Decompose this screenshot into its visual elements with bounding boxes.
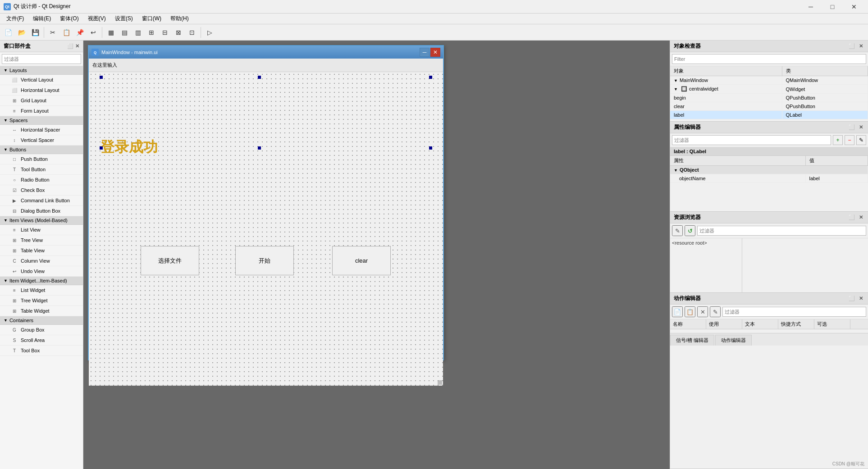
oi-close-btn[interactable]: ✕	[857, 43, 864, 50]
rb-tree[interactable]: <resource root>	[670, 238, 742, 292]
widget-filter-input[interactable]	[2, 54, 81, 64]
pe-filter-input[interactable]	[672, 135, 831, 145]
widget-scroll-area[interactable]: S Scroll Area	[0, 335, 83, 346]
rb-refresh-btn[interactable]: ↺	[685, 225, 695, 236]
ae-new-btn[interactable]: 📄	[672, 306, 683, 317]
widget-search[interactable]	[0, 52, 83, 66]
menu-help[interactable]: 帮助(H)	[166, 14, 193, 23]
widget-tree-view[interactable]: ⊞ Tree View	[0, 235, 83, 246]
widget-list-view[interactable]: ≡ List View	[0, 225, 83, 235]
category-buttons[interactable]: ▼ Buttons	[0, 146, 83, 154]
rb-edit-btn[interactable]: ✎	[672, 225, 683, 236]
menu-settings[interactable]: 设置(S)	[110, 14, 137, 23]
rb-files[interactable]	[742, 238, 868, 292]
login-success-text[interactable]: 登录成功	[100, 137, 158, 157]
widget-vertical-spacer[interactable]: ↕ Vertical Spacer	[0, 135, 83, 146]
rb-filter[interactable]	[697, 226, 866, 236]
menu-view[interactable]: 视图(V)	[83, 14, 110, 23]
category-layouts[interactable]: ▼ Layouts	[0, 66, 83, 75]
table-row[interactable]: clear QPushButton	[670, 102, 868, 111]
widget-group-box[interactable]: G Group Box	[0, 325, 83, 335]
canvas-btn-start[interactable]: 开始	[235, 246, 294, 275]
category-containers[interactable]: ▼ Containers	[0, 316, 83, 325]
canvas-btn-clear[interactable]: clear	[332, 246, 391, 275]
maximize-button[interactable]: □	[822, 0, 843, 13]
widget-command-link[interactable]: ▶ Command Link Button	[0, 196, 83, 206]
pe-remove-btn[interactable]: −	[845, 135, 854, 145]
menu-file[interactable]: 文件(F)	[2, 14, 28, 23]
widget-horizontal-spacer[interactable]: ↔ Horizontal Spacer	[0, 125, 83, 135]
menu-form[interactable]: 窗体(O)	[55, 14, 83, 23]
widget-box-float[interactable]: ⬜	[67, 43, 73, 49]
category-spacers[interactable]: ▼ Spacers	[0, 116, 83, 125]
rb-float-btn[interactable]: ⬜	[848, 214, 855, 221]
toolbar-cut[interactable]: ✂	[46, 26, 59, 39]
category-item-widget[interactable]: ▼ Item Widget...Item-Based)	[0, 277, 83, 285]
widget-table-widget[interactable]: ⊞ Table Widget	[0, 306, 83, 316]
widget-grid-layout[interactable]: ⊞ Grid Layout	[0, 96, 83, 106]
widget-tool-box[interactable]: T Tool Box	[0, 346, 83, 356]
toolbar-layout7[interactable]: ⊡	[186, 26, 198, 39]
toolbar-layout5[interactable]: ⊟	[159, 26, 171, 39]
toolbar-layout3[interactable]: ▥	[132, 26, 144, 39]
toolbar-undo[interactable]: ↩	[87, 26, 100, 39]
ae-float-btn[interactable]: ⬜	[848, 295, 855, 302]
rb-root-item[interactable]: <resource root>	[672, 240, 740, 246]
close-button[interactable]: ✕	[844, 0, 864, 13]
widget-horizontal-layout[interactable]: ⬜ Horizontal Layout	[0, 85, 83, 96]
pe-val-objectname[interactable]: label	[805, 174, 868, 183]
ae-filter[interactable]	[722, 307, 866, 317]
table-row[interactable]: begin QPushButton	[670, 94, 868, 102]
ae-copy-btn[interactable]: 📋	[685, 306, 695, 317]
menu-edit[interactable]: 编辑(E)	[28, 14, 55, 23]
rb-close-btn[interactable]: ✕	[857, 214, 864, 221]
minimize-button[interactable]: ─	[800, 0, 821, 13]
table-row[interactable]: ▼ 🔲centralwidget QWidget	[670, 85, 868, 94]
widget-list-widget[interactable]: ≡ List Widget	[0, 285, 83, 296]
oi-filter-input[interactable]	[672, 54, 866, 64]
category-item-views[interactable]: ▼ Item Views (Model-Based)	[0, 216, 83, 225]
widget-dialog-button-box[interactable]: ⊟ Dialog Button Box	[0, 206, 83, 216]
oi-filter[interactable]	[670, 52, 868, 66]
toolbar-copy[interactable]: 📋	[60, 26, 73, 39]
ae-edit-btn[interactable]: ✎	[710, 306, 721, 317]
menu-window[interactable]: 窗口(W)	[137, 14, 166, 23]
toolbar-layout4[interactable]: ⊞	[145, 26, 158, 39]
toolbar-new[interactable]: 📄	[2, 26, 14, 39]
ae-delete-btn[interactable]: ✕	[697, 306, 708, 317]
tab-signal-slot[interactable]: 信号/槽 编辑器	[670, 335, 714, 346]
tab-action-editor[interactable]: 动作编辑器	[715, 335, 752, 346]
pe-float-btn[interactable]: ⬜	[848, 124, 855, 131]
widget-column-view[interactable]: C Column View	[0, 256, 83, 266]
widget-box-close[interactable]: ✕	[75, 43, 79, 49]
pe-add-btn[interactable]: +	[833, 135, 843, 145]
toolbar-paste[interactable]: 📌	[73, 26, 86, 39]
designer-close-btn[interactable]: ✕	[430, 48, 440, 57]
widget-radio-button[interactable]: ○ Radio Button	[0, 175, 83, 185]
canvas-btn-select-file[interactable]: 选择文件	[141, 246, 199, 275]
toolbar-layout6[interactable]: ⊠	[172, 26, 185, 39]
oi-scroll[interactable]: 对象 类 ▼MainWindow QMainWindow	[670, 66, 868, 120]
toolbar-layout2[interactable]: ▤	[118, 26, 131, 39]
ae-filter-input[interactable]	[722, 307, 866, 317]
widget-check-box[interactable]: ☑ Check Box	[0, 185, 83, 196]
widget-vertical-layout[interactable]: ⬜ Vertical Layout	[0, 75, 83, 85]
canvas-dotted[interactable]: 登录成功 选择文件 开始 clear	[89, 72, 443, 386]
pe-scroll[interactable]: 属性 值 ▼QObject objectName label	[670, 156, 868, 210]
table-row[interactable]: label QLabel	[670, 111, 868, 119]
rb-filter-input[interactable]	[697, 226, 866, 236]
canvas-input-label[interactable]: 在这里输入	[92, 62, 117, 68]
ae-close-btn[interactable]: ✕	[857, 295, 864, 302]
table-row[interactable]: objectName label	[670, 174, 868, 183]
widget-tool-button[interactable]: T Tool Button	[0, 164, 83, 175]
pe-close-btn[interactable]: ✕	[857, 124, 864, 131]
widget-push-button[interactable]: □ Push Button	[0, 154, 83, 164]
toolbar-save[interactable]: 💾	[29, 26, 41, 39]
toolbar-layout1[interactable]: ▦	[105, 26, 117, 39]
widget-undo-view[interactable]: ↩ Undo View	[0, 266, 83, 277]
resize-handle[interactable]	[438, 380, 442, 385]
table-row[interactable]: ▼MainWindow QMainWindow	[670, 76, 868, 85]
toolbar-open[interactable]: 📂	[15, 26, 28, 39]
pe-group-row[interactable]: ▼QObject	[670, 166, 868, 174]
widget-table-view[interactable]: ⊞ Table View	[0, 246, 83, 256]
